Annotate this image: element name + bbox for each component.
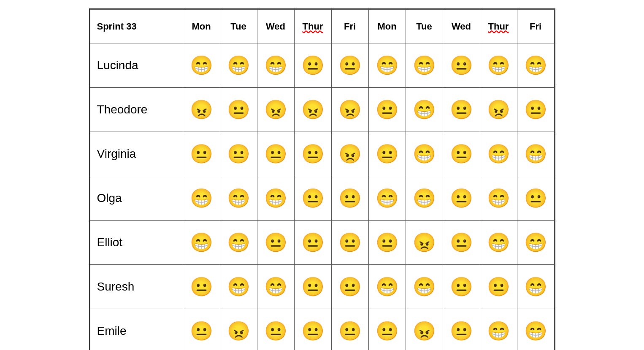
mood-cell-1-0: 😠 [183,88,220,132]
table-row: Olga😁😁😁😐😐😁😁😐😁😐 [90,176,554,221]
mood-cell-3-0: 😁 [183,176,220,221]
mood-cell-4-0: 😁 [183,221,220,265]
mood-cell-5-1: 😁 [220,265,257,309]
table-row: Suresh😐😁😁😐😐😁😁😐😐😁 [90,265,554,309]
header-day-2: Wed [257,10,294,43]
mood-cell-2-6: 😁 [406,132,443,176]
mood-cell-3-2: 😁 [257,176,294,221]
header-day-3: Thur [294,10,331,43]
mood-cell-1-7: 😐 [443,88,480,132]
mood-cell-4-6: 😠 [406,221,443,265]
mood-cell-5-2: 😁 [257,265,294,309]
mood-cell-5-0: 😐 [183,265,220,309]
mood-cell-3-9: 😐 [517,176,554,221]
mood-cell-6-4: 😐 [331,309,368,350]
mood-cell-2-7: 😐 [443,132,480,176]
mood-cell-6-7: 😐 [443,309,480,350]
mood-cell-1-6: 😁 [406,88,443,132]
header-day-6: Tue [406,10,443,43]
mood-cell-2-1: 😐 [220,132,257,176]
mood-cell-1-8: 😠 [480,88,517,132]
mood-cell-5-5: 😁 [368,265,406,309]
mood-cell-5-7: 😐 [443,265,480,309]
header-day-1: Tue [220,10,257,43]
mood-cell-1-2: 😠 [257,88,294,132]
mood-cell-3-7: 😐 [443,176,480,221]
person-name-2: Virginia [90,132,183,176]
mood-cell-2-9: 😁 [517,132,554,176]
header-day-4: Fri [331,10,368,43]
mood-cell-2-3: 😐 [294,132,331,176]
mood-cell-2-4: 😠 [331,132,368,176]
header-day-7: Wed [443,10,480,43]
mood-cell-4-2: 😐 [257,221,294,265]
table-row: Lucinda😁😁😁😐😐😁😁😐😁😁 [90,43,554,88]
table-row: Elliot😁😁😐😐😐😐😠😐😁😁 [90,221,554,265]
mood-cell-6-3: 😐 [294,309,331,350]
mood-cell-2-8: 😁 [480,132,517,176]
person-name-1: Theodore [90,88,183,132]
mood-cell-3-1: 😁 [220,176,257,221]
mood-cell-3-8: 😁 [480,176,517,221]
mood-cell-1-3: 😠 [294,88,331,132]
mood-cell-0-5: 😁 [368,43,406,88]
mood-cell-4-8: 😁 [480,221,517,265]
person-name-0: Lucinda [90,43,183,88]
header-day-0: Mon [183,10,220,43]
mood-cell-2-0: 😐 [183,132,220,176]
mood-cell-3-6: 😁 [406,176,443,221]
mood-cell-5-6: 😁 [406,265,443,309]
table-row: Emile😐😠😐😐😐😐😠😐😁😁 [90,309,554,350]
person-name-5: Suresh [90,265,183,309]
mood-cell-6-8: 😁 [480,309,517,350]
mood-cell-0-3: 😐 [294,43,331,88]
mood-cell-2-5: 😐 [368,132,406,176]
mood-cell-0-1: 😁 [220,43,257,88]
mood-cell-1-1: 😐 [220,88,257,132]
mood-cell-5-3: 😐 [294,265,331,309]
header-day-9: Fri [517,10,554,43]
mood-cell-0-2: 😁 [257,43,294,88]
mood-cell-0-6: 😁 [406,43,443,88]
mood-cell-4-1: 😁 [220,221,257,265]
mood-cell-5-4: 😐 [331,265,368,309]
mood-cell-6-6: 😠 [406,309,443,350]
mood-cell-1-9: 😐 [517,88,554,132]
header-day-5: Mon [368,10,406,43]
person-name-6: Emile [90,309,183,350]
mood-cell-4-3: 😐 [294,221,331,265]
mood-cell-4-4: 😐 [331,221,368,265]
mood-cell-4-9: 😁 [517,221,554,265]
mood-cell-0-0: 😁 [183,43,220,88]
table-row: Theodore😠😐😠😠😠😐😁😐😠😐 [90,88,554,132]
mood-cell-1-5: 😐 [368,88,406,132]
mood-cell-1-4: 😠 [331,88,368,132]
mood-cell-0-9: 😁 [517,43,554,88]
mood-cell-0-8: 😁 [480,43,517,88]
mood-cell-6-2: 😐 [257,309,294,350]
table-row: Virginia😐😐😐😐😠😐😁😐😁😁 [90,132,554,176]
person-name-4: Elliot [90,221,183,265]
mood-cell-3-4: 😐 [331,176,368,221]
header-day-8: Thur [480,10,517,43]
mood-cell-0-7: 😐 [443,43,480,88]
mood-cell-4-5: 😐 [368,221,406,265]
mood-cell-2-2: 😐 [257,132,294,176]
mood-cell-4-7: 😐 [443,221,480,265]
mood-cell-6-1: 😠 [220,309,257,350]
mood-cell-3-5: 😁 [368,176,406,221]
mood-cell-6-5: 😐 [368,309,406,350]
mood-cell-5-9: 😁 [517,265,554,309]
person-name-3: Olga [90,176,183,221]
mood-cell-3-3: 😐 [294,176,331,221]
mood-cell-6-9: 😁 [517,309,554,350]
mood-cell-0-4: 😐 [331,43,368,88]
sprint-table: Sprint 33 MonTueWedThurFriMonTueWedThurF… [89,8,555,350]
mood-cell-5-8: 😐 [480,265,517,309]
sprint-title: Sprint 33 [90,10,183,43]
mood-cell-6-0: 😐 [183,309,220,350]
